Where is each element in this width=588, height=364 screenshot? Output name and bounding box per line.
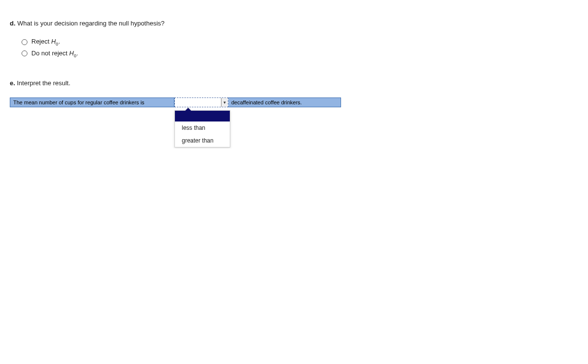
question-d: d. What is your decision regarding the n… xyxy=(10,20,578,58)
sentence-left: The mean number of cups for regular coff… xyxy=(10,97,174,107)
question-e-label: e. xyxy=(10,79,15,87)
sentence-right: decaffeinated coffee drinkers. xyxy=(228,97,341,107)
radio-icon xyxy=(22,39,27,45)
interpret-sentence: The mean number of cups for regular coff… xyxy=(10,97,578,107)
comparison-dropdown[interactable]: ▼ less than greater than xyxy=(174,97,228,107)
dropdown-field[interactable]: ▼ xyxy=(174,97,228,107)
option-label: Reject H0. xyxy=(31,38,60,47)
dropdown-option-less-than[interactable]: less than xyxy=(175,121,230,134)
question-e-text: Interpret the result. xyxy=(17,79,70,87)
question-e: e. Interpret the result. The mean number… xyxy=(10,79,578,107)
question-d-label: d. xyxy=(10,20,16,27)
dropdown-option-greater-than[interactable]: greater than xyxy=(175,134,230,147)
chevron-down-icon[interactable]: ▼ xyxy=(221,98,228,107)
radio-icon xyxy=(22,50,27,56)
option-reject[interactable]: Reject H0. xyxy=(22,38,578,47)
dropdown-option-blank[interactable] xyxy=(175,111,230,121)
question-d-text: What is your decision regarding the null… xyxy=(17,20,165,27)
dropdown-value xyxy=(175,98,221,107)
dropdown-menu: less than greater than xyxy=(174,110,230,147)
question-d-options: Reject H0. Do not reject H0. xyxy=(22,38,578,58)
option-label: Do not reject H0. xyxy=(31,49,78,58)
option-do-not-reject[interactable]: Do not reject H0. xyxy=(22,49,578,58)
